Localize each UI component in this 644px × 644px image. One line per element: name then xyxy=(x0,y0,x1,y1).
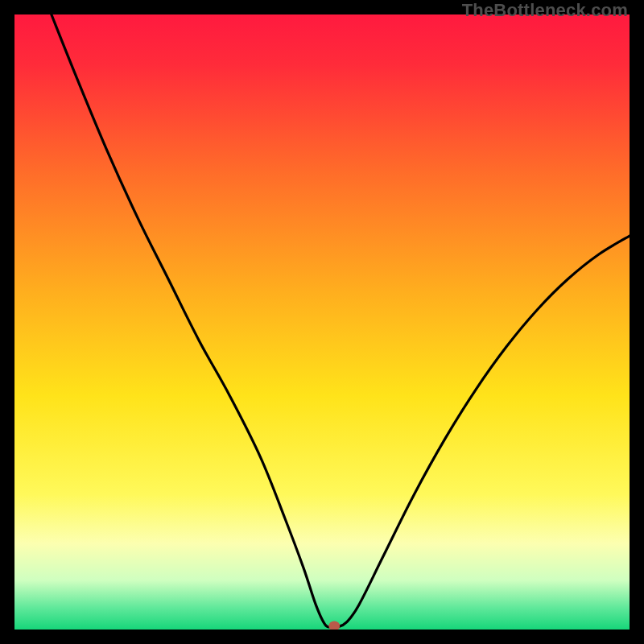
chart-plot xyxy=(14,14,630,630)
watermark-text: TheBottleneck.com xyxy=(462,0,628,21)
chart-frame: TheBottleneck.com xyxy=(0,0,644,644)
gradient-background xyxy=(14,14,630,630)
